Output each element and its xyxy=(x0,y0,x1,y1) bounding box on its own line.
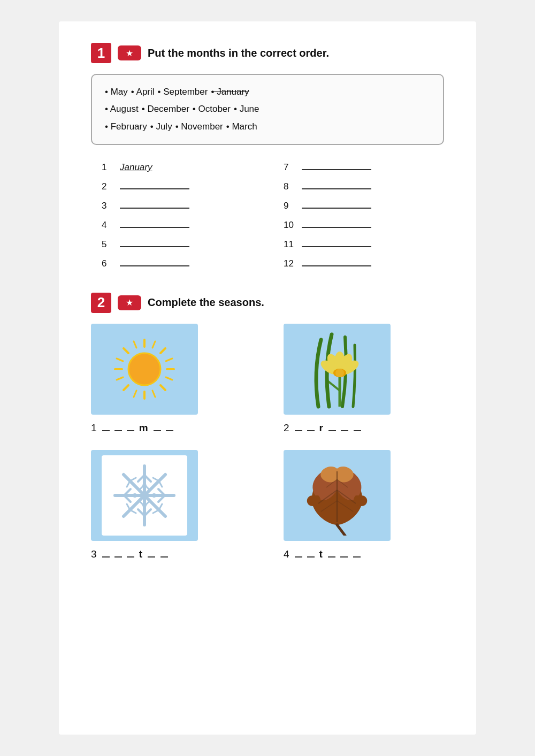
s1-b5 xyxy=(166,430,173,431)
month-row-10: 10 xyxy=(284,218,433,233)
s4-b5 xyxy=(353,556,361,558)
page: 1 ★ Put the months in the correct order.… xyxy=(59,21,476,735)
s3-b2 xyxy=(114,556,122,558)
season-spring: 2 r xyxy=(284,324,444,434)
s2-b1 xyxy=(295,430,302,431)
month-row-7: 7 xyxy=(284,160,433,175)
section2-number: 2 xyxy=(91,293,111,313)
s1-b2 xyxy=(114,430,122,431)
month-num-10: 10 xyxy=(284,220,296,231)
month-blank-6 xyxy=(120,265,189,266)
month-row-2: 2 xyxy=(102,179,251,194)
month-num-8: 8 xyxy=(284,181,296,192)
season-image-summer xyxy=(91,324,198,415)
svg-point-56 xyxy=(142,503,147,507)
month-blank-7 xyxy=(302,169,371,170)
month-row-3: 3 xyxy=(102,198,251,213)
season-label-summer: 1 m xyxy=(91,422,174,434)
section1-header: 1 ★ Put the months in the correct order. xyxy=(91,43,444,63)
word-august: August xyxy=(105,101,139,118)
word-row-1: May April September January xyxy=(105,83,430,101)
month-num-1: 1 xyxy=(102,162,114,173)
word-row-3: February July November March xyxy=(105,118,430,135)
month-blank-12 xyxy=(302,265,371,266)
svg-point-58 xyxy=(152,493,156,498)
word-november: November xyxy=(175,118,223,135)
s2-b2 xyxy=(307,430,315,431)
month-num-2: 2 xyxy=(102,181,114,192)
s2-r: r xyxy=(319,422,324,433)
season-image-autumn xyxy=(284,450,391,541)
month-num-6: 6 xyxy=(102,258,114,269)
s2-b3 xyxy=(328,430,336,431)
s1-b3 xyxy=(127,430,134,431)
months-grid: 1 January 7 2 8 3 9 4 10 xyxy=(91,160,444,271)
s1-b1 xyxy=(102,430,110,431)
season-image-winter xyxy=(91,450,198,541)
month-blank-9 xyxy=(302,208,371,209)
s4-b3 xyxy=(328,556,335,558)
word-december: December xyxy=(142,101,189,118)
s3-b5 xyxy=(160,556,168,558)
month-row-6: 6 xyxy=(102,256,251,271)
month-blank-5 xyxy=(120,246,189,247)
month-num-12: 12 xyxy=(284,258,296,269)
section2-instruction: Complete the seasons. xyxy=(148,296,264,309)
word-july: July xyxy=(150,118,172,135)
season-num-1: 1 xyxy=(91,422,102,433)
season-winter: 3 t xyxy=(91,450,251,560)
s1-m: m xyxy=(139,422,149,433)
svg-point-18 xyxy=(131,356,158,383)
section1-star-badge: ★ xyxy=(118,45,141,60)
month-num-7: 7 xyxy=(284,162,296,173)
season-image-spring xyxy=(284,324,391,415)
svg-point-57 xyxy=(133,493,137,498)
month-blank-11 xyxy=(302,246,371,247)
s3-b4 xyxy=(148,556,155,558)
month-blank-2 xyxy=(120,188,189,189)
month-row-4: 4 xyxy=(102,218,251,233)
month-num-3: 3 xyxy=(102,201,114,211)
seasons-grid: 1 m xyxy=(91,324,444,560)
section1-number: 1 xyxy=(91,43,111,63)
month-row-8: 8 xyxy=(284,179,433,194)
s4-b4 xyxy=(340,556,348,558)
s4-b2 xyxy=(307,556,315,558)
word-april: April xyxy=(131,83,155,101)
section2-star-badge: ★ xyxy=(118,295,141,310)
month-blank-4 xyxy=(120,227,189,228)
word-row-2: August December October June xyxy=(105,101,430,118)
s4-b1 xyxy=(295,556,302,558)
month-blank-3 xyxy=(120,208,189,209)
s3-b3 xyxy=(127,556,134,558)
word-september: September xyxy=(158,83,208,101)
svg-point-54 xyxy=(141,492,148,499)
svg-point-55 xyxy=(142,484,147,488)
word-march: March xyxy=(226,118,257,135)
s3-b1 xyxy=(102,556,110,558)
season-num-4: 4 xyxy=(284,548,294,560)
s3-t: t xyxy=(139,548,143,560)
season-label-autumn: 4 t xyxy=(284,548,361,560)
svg-point-28 xyxy=(335,369,344,377)
month-row-5: 5 xyxy=(102,237,251,252)
month-num-4: 4 xyxy=(102,220,114,231)
season-num-3: 3 xyxy=(91,548,102,560)
s2-b5 xyxy=(354,430,361,431)
word-february: February xyxy=(105,118,147,135)
word-june: June xyxy=(234,101,259,118)
month-num-9: 9 xyxy=(284,201,296,211)
month-num-11: 11 xyxy=(284,239,296,250)
word-january: January xyxy=(211,83,249,101)
season-autumn: 4 t xyxy=(284,450,444,560)
s4-t: t xyxy=(319,548,323,560)
season-num-2: 2 xyxy=(284,422,294,433)
month-blank-8 xyxy=(302,188,371,189)
section1-instruction: Put the months in the correct order. xyxy=(148,47,329,59)
word-october: October xyxy=(193,101,231,118)
season-label-winter: 3 t xyxy=(91,548,169,560)
word-box: May April September January August Decem… xyxy=(91,74,444,145)
month-num-5: 5 xyxy=(102,239,114,250)
section2-header: 2 ★ Complete the seasons. xyxy=(91,293,444,313)
season-label-spring: 2 r xyxy=(284,422,362,434)
